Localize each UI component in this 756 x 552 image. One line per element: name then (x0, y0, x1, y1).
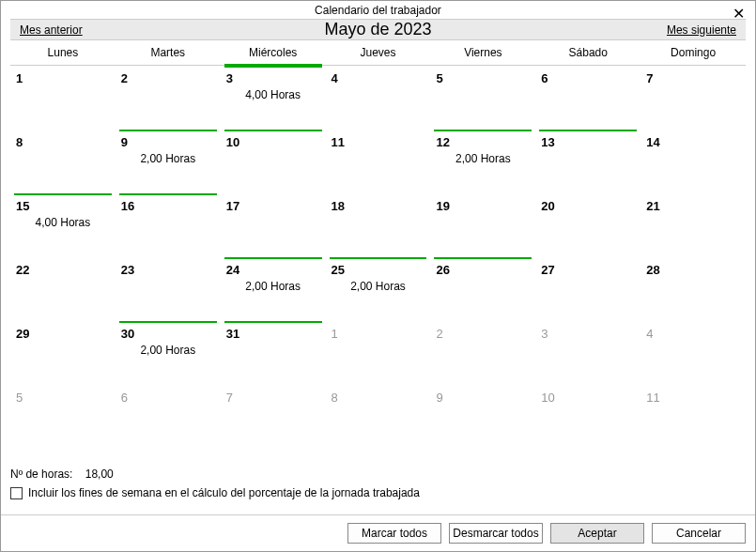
day-number: 29 (16, 327, 29, 341)
calendar-day[interactable]: 20 (535, 193, 640, 257)
calendar-day[interactable]: 23 (116, 257, 221, 321)
weekday-header[interactable]: Viernes (430, 40, 535, 65)
calendar-day[interactable]: 29 (10, 321, 116, 385)
ok-button[interactable]: Aceptar (550, 523, 644, 544)
calendar-day[interactable]: 7 (640, 66, 746, 130)
prev-month-link[interactable]: Mes anterior (20, 23, 83, 37)
calendar-day[interactable]: 3 (535, 321, 640, 385)
day-number: 19 (436, 199, 449, 213)
weekday-header[interactable]: Jueves (326, 40, 431, 65)
calendar-day[interactable]: 5 (430, 66, 535, 130)
titlebar: Calendario del trabajador ✕ (1, 1, 755, 19)
calendar-day[interactable]: 31 (221, 321, 326, 385)
calendar-day[interactable]: 14 (640, 130, 746, 193)
calendar-day[interactable]: 252,00 Horas (326, 257, 431, 321)
weekend-checkbox[interactable] (10, 487, 23, 499)
calendar-dialog: Calendario del trabajador ✕ Mes anterior… (0, 0, 756, 552)
calendar-day[interactable]: 2 (430, 321, 535, 385)
next-month-link[interactable]: Mes siguiente (667, 23, 736, 37)
mark-all-button[interactable]: Marcar todos (347, 523, 441, 544)
day-mark (434, 130, 532, 131)
calendar-day[interactable]: 11 (326, 130, 431, 193)
day-number: 26 (436, 263, 449, 277)
calendar-day[interactable]: 122,00 Horas (430, 130, 535, 193)
calendar-week: 892,00 Horas1011122,00 Horas1314 (10, 130, 746, 193)
calendar-day[interactable]: 1 (10, 66, 116, 130)
day-number: 24 (226, 263, 239, 277)
day-mark (224, 130, 322, 131)
calendar-day[interactable]: 26 (430, 257, 535, 321)
calendar-day[interactable]: 2 (116, 66, 221, 130)
weekday-header[interactable]: Martes (116, 40, 221, 65)
calendar-day[interactable]: 21 (640, 193, 746, 257)
day-number: 18 (332, 199, 345, 213)
weekday-header[interactable]: Lunes (10, 40, 116, 65)
calendar-day[interactable]: 8 (326, 385, 431, 449)
day-number: 17 (226, 199, 239, 213)
calendar-day[interactable]: 11 (640, 385, 746, 449)
calendar-day[interactable]: 10 (535, 385, 640, 449)
day-mark (119, 130, 217, 131)
calendar-week: 154,00 Horas161718192021 (10, 193, 746, 257)
day-mark (434, 257, 532, 259)
day-number: 20 (541, 199, 554, 213)
day-mark (224, 321, 322, 323)
day-number: 9 (436, 391, 442, 405)
calendar-day[interactable]: 92,00 Horas (116, 130, 221, 193)
total-hours-value: 18,00 (85, 468, 114, 481)
calendar-day[interactable]: 16 (116, 193, 221, 257)
total-hours-row: Nº de horas: 18,00 (10, 468, 746, 481)
calendar-day[interactable]: 13 (535, 130, 640, 193)
calendar-day[interactable]: 154,00 Horas (10, 193, 116, 257)
day-number: 5 (436, 71, 442, 85)
weekday-header[interactable]: Miércoles (221, 40, 326, 65)
day-hours-label: 4,00 Horas (10, 216, 116, 229)
day-hours-label: 2,00 Horas (221, 280, 326, 293)
day-number: 13 (541, 135, 554, 149)
day-number: 30 (121, 327, 134, 341)
calendar-day[interactable]: 10 (221, 130, 326, 193)
day-number: 6 (541, 71, 548, 85)
weekend-check-row: Incluir los fines de semana en el cálcul… (10, 486, 746, 499)
calendar-day[interactable]: 5 (10, 385, 116, 449)
calendar-day[interactable]: 22 (10, 257, 116, 321)
day-number: 9 (121, 135, 128, 149)
unmark-all-button[interactable]: Desmarcar todos (449, 523, 543, 544)
day-number: 1 (332, 327, 338, 341)
calendar-day[interactable]: 7 (221, 385, 326, 449)
calendar-day[interactable]: 6 (116, 385, 221, 449)
day-number: 4 (646, 327, 653, 341)
calendar-day[interactable]: 18 (326, 193, 431, 257)
calendar-day[interactable]: 28 (640, 257, 746, 321)
calendar-day[interactable]: 6 (535, 66, 640, 130)
day-number: 4 (332, 71, 338, 85)
weekday-header[interactable]: Sábado (535, 40, 640, 65)
day-number: 15 (16, 199, 29, 213)
calendar-day[interactable]: 302,00 Horas (116, 321, 221, 385)
calendar-week: 567891011 (10, 385, 746, 449)
calendar-day[interactable]: 9 (430, 385, 535, 449)
calendar-day[interactable]: 8 (10, 130, 116, 193)
button-row: Marcar todos Desmarcar todos Aceptar Can… (1, 514, 755, 551)
calendar-day[interactable]: 242,00 Horas (221, 257, 326, 321)
day-number: 28 (646, 263, 659, 277)
calendar-week: 29302,00 Horas311234 (10, 321, 746, 385)
calendar-day[interactable]: 27 (535, 257, 640, 321)
day-hours-label: 4,00 Horas (221, 88, 326, 101)
weekday-header[interactable]: Domingo (640, 40, 746, 65)
month-title: Mayo de 2023 (324, 20, 431, 39)
day-number: 11 (646, 391, 659, 405)
day-mark (330, 257, 427, 259)
calendar-day[interactable]: 34,00 Horas (221, 66, 326, 130)
calendar-day[interactable]: 4 (640, 321, 746, 385)
day-mark (119, 321, 217, 323)
calendar-day[interactable]: 1 (326, 321, 431, 385)
cancel-button[interactable]: Cancelar (652, 523, 746, 544)
dialog-title: Calendario del trabajador (315, 4, 441, 17)
calendar-day[interactable]: 19 (430, 193, 535, 257)
calendar-day[interactable]: 4 (326, 66, 431, 130)
day-number: 2 (121, 71, 128, 85)
day-number: 3 (226, 71, 233, 85)
calendar-day[interactable]: 17 (221, 193, 326, 257)
day-hours-label: 2,00 Horas (326, 280, 431, 293)
